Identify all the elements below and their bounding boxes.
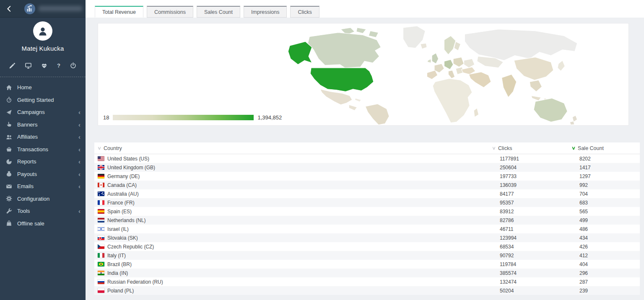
country-flag-icon [98,218,104,222]
map-region-eastern-europe[interactable] [453,57,464,67]
sidebar-item-offline-sale[interactable]: Offline sale [0,217,86,230]
page: { "colors": { "sidebar_bg": "#2d3e50", "… [0,0,644,300]
table-row: Slovakia (SK)123994434 [94,233,640,242]
country-flag-icon [98,165,104,170]
clicks-cell: 82786 [489,217,569,223]
collapse-sidebar-button[interactable] [0,5,18,13]
report-tabbar: Total RevenueCommissionsSales CountImpre… [86,0,644,18]
map-region-caribbean[interactable] [355,98,361,102]
country-flag-icon [98,183,104,187]
country-name: Czech Republic (CZ) [107,244,154,250]
map-country-spain[interactable] [427,70,437,80]
sidebar-item-label: Payouts [17,171,78,177]
report-tabs: Total RevenueCommissionsSales CountImpre… [95,6,319,18]
map-country-canada[interactable] [356,28,366,34]
map-country-us-alaska[interactable] [288,41,312,65]
tab-total-revenue[interactable]: Total Revenue [95,6,143,18]
chevron-left-icon: ‹ [78,183,80,189]
heartbeat-icon [41,62,47,69]
world-map-choropleth[interactable] [283,24,583,125]
map-country-ukraine[interactable] [464,59,474,68]
tab-label: Clicks [298,9,312,15]
map-country-china[interactable] [514,57,553,80]
pencil-icon [9,62,16,69]
table-row: Italy (IT)90792412 [94,251,640,260]
pencil-button[interactable] [9,62,16,69]
map-country-mexico[interactable] [320,89,352,105]
sidebar-item-transactions[interactable]: Transactions‹ [0,143,86,156]
sale-count-cell: 8202 [569,156,640,162]
map-country-madagascar[interactable] [474,108,479,117]
map-country-italy[interactable] [448,70,455,79]
monitor-button[interactable] [25,62,31,69]
country-name: Russian Federation (RU) [107,279,163,285]
map-region-africa[interactable] [433,78,472,123]
map-country-iceland[interactable] [421,43,427,49]
sidebar-item-home[interactable]: Home [0,81,86,94]
map-country-united-states[interactable] [310,68,374,92]
map-region-south-america[interactable] [365,104,389,125]
sidebar-item-banners[interactable]: Banners‹ [0,119,86,131]
sidebar-item-reports[interactable]: Reports‹ [0,155,86,168]
sidebar-header [0,0,86,18]
sidebar-item-campaigns[interactable]: Campaigns‹ [0,106,86,119]
sidebar-item-getting-started[interactable]: Getting Started [0,94,86,106]
map-country-india[interactable] [502,75,517,98]
chevron-left-icon [5,5,13,13]
sidebar-item-tools[interactable]: Tools‹ [0,205,86,217]
map-country-new-zealand[interactable] [570,121,574,125]
sidebar-item-payouts[interactable]: Payouts‹ [0,168,86,181]
column-header-country[interactable]: ∨Country [94,145,489,151]
sidebar-item-label: Campaigns [17,109,78,115]
map-region-middle-east[interactable] [469,72,491,88]
column-header-clicks[interactable]: ∨Clicks [489,145,569,151]
map-country-japan[interactable] [558,60,565,71]
country-name: India (IN) [107,270,128,276]
sidebar-item-label: Affiliates [17,134,78,140]
clicks-cell: 90792 [489,253,569,259]
shopping-bag-icon [6,220,12,226]
tab-impressions[interactable]: Impressions [244,6,287,18]
map-region-southeast-asia[interactable] [530,80,542,91]
tab-clicks[interactable]: Clicks [290,6,319,18]
profile-action-icons: ? [0,62,86,69]
sidebar: Matej Kukucka ? HomeGetting StartedCampa… [0,0,86,300]
country-cell: United States (US) [94,156,489,162]
tab-commissions[interactable]: Commissions [147,6,193,18]
sale-count-cell: 704 [569,191,640,197]
heartbeat-button[interactable] [41,62,47,69]
map-country-russia[interactable] [465,29,577,60]
table-row: India (IN)385574296 [94,269,640,277]
clicks-cell: 123994 [489,235,569,241]
map-region-central-america[interactable] [349,105,357,111]
sidebar-item-affiliates[interactable]: Affiliates‹ [0,131,86,143]
country-cell: Germany (DE) [94,173,489,179]
tools-icon [6,208,12,214]
map-country-indonesia[interactable] [531,96,541,101]
person-icon [38,26,48,36]
help-button[interactable]: ? [57,62,60,69]
column-header-label: Clicks [498,145,512,151]
map-country-canada[interactable] [308,33,381,68]
sale-count-cell: 412 [569,253,640,259]
map-country-united-kingdom[interactable] [432,53,439,64]
tab-sales-count[interactable]: Sales Count [197,6,240,18]
map-country-canada[interactable] [369,31,379,38]
app-logo[interactable] [24,3,82,14]
table-row: Netherlands (NL)82786499 [94,216,640,225]
map-country-new-zealand[interactable] [572,115,577,122]
sidebar-item-emails[interactable]: Emails‹ [0,180,86,193]
country-name: United States (US) [107,156,149,162]
power-button[interactable] [70,62,76,69]
user-name: Matej Kukucka [0,45,86,52]
clicks-cell: 132474 [489,279,569,285]
sidebar-menu: HomeGetting StartedCampaigns‹Banners‹Aff… [0,81,86,230]
map-country-ireland[interactable] [427,59,431,63]
logo-icon [24,3,35,14]
map-country-australia[interactable] [534,98,567,122]
country-name: France (FR) [107,200,135,206]
column-header-sale-count[interactable]: ∨Sale Count [569,145,640,151]
map-region-scandinavia[interactable] [444,36,455,54]
map-country-germany[interactable] [444,59,453,70]
sidebar-item-configuration[interactable]: Configuration [0,193,86,205]
